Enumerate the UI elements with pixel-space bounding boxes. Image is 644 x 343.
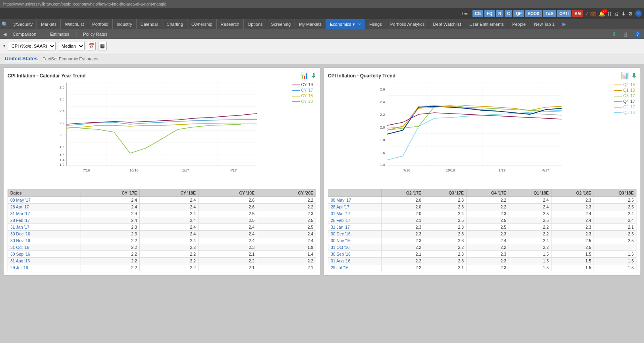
bell-badge[interactable]: 🔔23 [599, 11, 605, 17]
nav-tab-research[interactable]: Research [217, 19, 244, 29]
left-th-cy17e: CY '17E [81, 189, 140, 197]
date-cell[interactable]: 30 Dec '16 [328, 231, 382, 237]
value-cell: 1.5 [551, 251, 594, 258]
sub-nav-comparison[interactable]: Comparison [13, 31, 36, 37]
date-cell[interactable]: 31 Oct '16 [328, 244, 382, 251]
right-legend-q218: Q2 '18 [614, 83, 635, 87]
sub-nav-estimates[interactable]: Estimates [50, 31, 69, 37]
date-cell[interactable]: 29 Jul '16 [328, 264, 382, 271]
date-cell[interactable]: 28 Apr '17 [328, 204, 382, 210]
metric-select[interactable]: CPI (%q/q, SAAR) [8, 42, 56, 50]
btn-opti[interactable]: OPTI [557, 10, 571, 17]
date-cell[interactable]: 28 Feb '17 [8, 217, 81, 224]
right-chart-bar-icon[interactable]: 📊 [621, 72, 629, 79]
date-cell[interactable]: 31 Mar '17 [328, 210, 382, 217]
svg-text:2.6: 2.6 [60, 97, 65, 101]
nav-tab-people[interactable]: People [508, 19, 530, 29]
country-name[interactable]: United States [5, 56, 38, 62]
table-row: 30 Nov '162.32.32.42.42.52.5 [328, 237, 636, 244]
btn-fq[interactable]: FQ [484, 10, 495, 17]
value-cell: 1.5 [551, 258, 594, 264]
filter-bar: ▾ CPI (%q/q, SAAR) Median 📅 ▦ [0, 39, 644, 53]
table-row: 31 Aug '162.22.22.22.2 [8, 258, 316, 264]
value-cell: 2.5 [594, 197, 636, 204]
date-cell[interactable]: 28 Apr '17 [8, 204, 81, 210]
print-icon2[interactable]: 🖨 [623, 31, 628, 37]
download-icon[interactable]: ⬇ [621, 11, 626, 17]
date-cell[interactable]: 30 Nov '16 [328, 237, 382, 244]
nav-tab-charting[interactable]: Charting [162, 19, 187, 29]
btn-n[interactable]: N [496, 10, 503, 17]
settings-icon[interactable]: ⚙ [628, 11, 633, 17]
nav-tab-mymarkets[interactable]: My Markets [295, 19, 326, 29]
date-cell[interactable]: 08 May '17 [8, 197, 81, 204]
btn-c[interactable]: C [505, 10, 512, 17]
date-cell[interactable]: 31 Aug '16 [328, 258, 382, 264]
date-cell[interactable]: 31 Oct '16 [8, 244, 81, 251]
btn-ts[interactable]: T&S [543, 10, 556, 17]
nav-tab-calendar[interactable]: Calendar [137, 19, 163, 29]
table-row: 31 Jan '172.32.32.52.22.32.1 [328, 224, 636, 231]
search-icon[interactable]: 🔍 [2, 21, 8, 27]
left-chart-bar-icon[interactable]: 📊 [301, 72, 309, 79]
calendar-btn[interactable]: 📅 [87, 42, 96, 50]
left-chart-title: CPI Inflation - Calendar Year Trend 📊 ⬇ [8, 72, 316, 79]
left-chart-panel: CPI Inflation - Calendar Year Trend 📊 ⬇ [3, 67, 320, 276]
date-cell[interactable]: 30 Sep '16 [328, 251, 382, 258]
date-cell[interactable]: 31 Jan '17 [8, 224, 81, 231]
date-cell[interactable]: 31 Jan '17 [328, 224, 382, 231]
export-icon[interactable]: ⬇ [612, 31, 617, 37]
left-legend: CY '19 CY '17 CY '18 CY '20 [292, 83, 313, 104]
share-icon[interactable]: ⟨⟩ [607, 11, 611, 17]
value-cell: 2.4 [594, 217, 636, 224]
nav-tab-ownership[interactable]: Ownership [187, 19, 217, 29]
btn-am[interactable]: AM [572, 10, 583, 17]
date-cell[interactable]: 31 Mar '17 [8, 210, 81, 217]
btn-qp[interactable]: QP [513, 10, 524, 17]
economics-close-icon[interactable]: ✕ [358, 22, 361, 27]
nav-tab-debt-watchlist[interactable]: Debt Watchlist [429, 19, 466, 29]
sub-nav-policy-rates[interactable]: Policy Rates [83, 31, 107, 37]
nav-tab-markets[interactable]: Markets [37, 19, 61, 29]
help-icon2[interactable]: ? [634, 31, 641, 37]
value-cell: 2.1 [199, 264, 257, 271]
date-cell[interactable]: 08 May '17 [328, 197, 382, 204]
stat-select[interactable]: Median [58, 42, 85, 50]
date-cell[interactable]: 30 Dec '16 [8, 231, 81, 237]
filter-arrow-icon[interactable]: ▾ [3, 43, 6, 48]
value-cell: 2.3 [424, 204, 467, 210]
svg-text:1/17: 1/17 [182, 168, 189, 172]
nav-tab-watchlist[interactable]: WatchList [61, 19, 88, 29]
left-chart-dl-icon[interactable]: ⬇ [311, 72, 316, 79]
nav-tab-options[interactable]: Options [244, 19, 267, 29]
help-icon[interactable]: ? [635, 10, 642, 17]
value-cell: 2.3 [467, 251, 509, 258]
svg-text:2.8: 2.8 [60, 85, 65, 89]
nav-tab-industry[interactable]: Industry [113, 19, 137, 29]
nav-tab-newtab1[interactable]: New Tab 1 [530, 19, 559, 29]
print-icon[interactable]: 🖨 [614, 11, 619, 17]
value-cell: 2.3 [551, 231, 594, 237]
nav-tab-economics[interactable]: Economics ▾ ✕ [326, 19, 365, 29]
nav-tab-portfolio[interactable]: Portfolio [88, 19, 112, 29]
grid-btn[interactable]: ▦ [98, 42, 107, 50]
nav-tab-screening[interactable]: Screening [267, 19, 295, 29]
nav-tab-user-entitlements[interactable]: User Entitlements [465, 19, 508, 29]
btn-cg[interactable]: CG [472, 10, 483, 17]
right-legend-q217: Q2 '17 [614, 105, 635, 109]
date-cell[interactable]: 30 Nov '16 [8, 237, 81, 244]
nav-tab-portfolio-analytics[interactable]: Portfolio Analytics [386, 19, 429, 29]
date-cell[interactable]: 28 Feb '17 [328, 217, 382, 224]
value-cell: 2.3 [424, 197, 467, 204]
date-cell[interactable]: 31 Aug '16 [8, 258, 81, 264]
value-cell: 2.5 [199, 217, 257, 224]
btn-book[interactable]: BOOK [525, 10, 542, 17]
nav-tab-filings[interactable]: Filings [365, 19, 386, 29]
add-tab-icon[interactable]: ⊕ [559, 21, 569, 27]
right-chart-dl-icon[interactable]: ⬇ [631, 72, 636, 79]
table-row: 08 May '172.02.32.22.42.32.5 [328, 197, 636, 204]
sub-nav-arrow[interactable]: ◀ [3, 32, 6, 37]
date-cell[interactable]: 29 Jul '16 [8, 264, 81, 271]
nav-tab-security[interactable]: y/Security [10, 19, 37, 29]
date-cell[interactable]: 30 Sep '16 [8, 251, 81, 258]
